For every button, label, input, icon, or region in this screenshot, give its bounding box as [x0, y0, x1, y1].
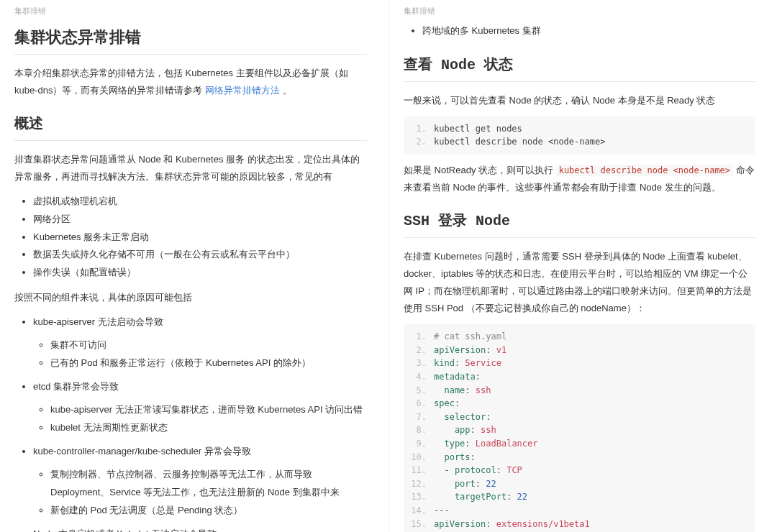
- line-number: 3.: [406, 357, 434, 370]
- code-line: 3.kind: Service: [406, 357, 753, 370]
- list-item: kube-apiserver 无法正常读写集群状态，进而导致 Kubernete…: [50, 401, 367, 419]
- list-item: 网络分区: [33, 211, 367, 229]
- intro-paragraph: 本章介绍集群状态异常的排错方法，包括 Kubernetes 主要组件以及必备扩展…: [14, 65, 367, 99]
- component-list: kube-apiserver 无法启动会导致集群不可访问已有的 Pod 和服务正…: [14, 313, 367, 532]
- line-number: 6.: [406, 397, 434, 411]
- line-number: 4.: [406, 370, 434, 384]
- code-line: 6.spec:: [406, 397, 753, 411]
- code-text: ---: [434, 504, 450, 518]
- code-line: 7. selector:: [406, 411, 753, 424]
- list-item: 数据丢失或持久化存储不可用（一般在公有云或私有云平台中）: [33, 246, 367, 264]
- intro-suffix: 。: [283, 85, 292, 96]
- line-number: 1.: [406, 330, 434, 344]
- right-column: 集群排错 跨地域的多 Kubernetes 集群 查看 Node 状态 一般来说…: [388, 0, 777, 532]
- code-line: 1.kubectl get nodes: [406, 122, 753, 136]
- code-text: app: ssh: [434, 423, 496, 437]
- code-text: - protocol: TCP: [434, 464, 522, 477]
- sub-list: 集群不可访问已有的 Pod 和服务正常运行（依赖于 Kubernetes API…: [33, 336, 367, 372]
- code-text: spec:: [434, 397, 460, 411]
- line-number: 15.: [406, 518, 434, 531]
- code-line: 4.metadata:: [406, 370, 753, 384]
- list-item: kube-controller-manager/kube-scheduler 异…: [33, 443, 367, 520]
- list-item: Node 本身宕机或者 Kubelet 无法启动会导致Node 上面的 Pod …: [33, 526, 367, 532]
- overview-paragraph: 排查集群状态异常问题通常从 Node 和 Kubernetes 服务 的状态出发…: [14, 151, 367, 185]
- divider: [404, 237, 755, 238]
- left-column: 集群排错 集群状态异常排错 本章介绍集群状态异常的排错方法，包括 Kuberne…: [0, 0, 388, 532]
- code-text: targetPort: 22: [434, 490, 527, 504]
- list-item: 复制控制器、节点控制器、云服务控制器等无法工作，从而导致 Deployment、…: [50, 466, 367, 501]
- divider: [14, 54, 367, 55]
- breadcrumb: 集群排错: [14, 6, 367, 17]
- list-item: kube-apiserver 无法启动会导致集群不可访问已有的 Pod 和服务正…: [33, 313, 367, 372]
- code-text: metadata:: [434, 370, 481, 384]
- line-number: 5.: [406, 384, 434, 398]
- line-number: 11.: [406, 464, 434, 477]
- notready-paragraph: 如果是 NotReady 状态，则可以执行 kubectl describe n…: [404, 162, 755, 196]
- sub-list: kube-apiserver 无法正常读写集群状态，进而导致 Kubernete…: [33, 401, 367, 436]
- list-item: 跨地域的多 Kubernetes 集群: [422, 22, 755, 40]
- node-paragraph: 一般来说，可以首先查看 Node 的状态，确认 Node 本身是不是 Ready…: [404, 92, 755, 109]
- code-text: kind: Service: [434, 357, 501, 370]
- line-number: 2.: [406, 135, 434, 149]
- code-text: kubectl get nodes: [434, 122, 522, 136]
- line-number: 9.: [406, 437, 434, 451]
- code-text: selector:: [434, 411, 491, 424]
- list-item: 集群不可访问: [50, 336, 367, 354]
- line-number: 13.: [406, 490, 434, 504]
- overview-heading: 概述: [14, 114, 367, 133]
- breadcrumb: 集群排错: [404, 6, 755, 17]
- code-line: 10. ports:: [406, 451, 753, 464]
- page-title: 集群状态异常排错: [14, 27, 367, 48]
- text: 如果是 NotReady 状态，则可以执行: [404, 165, 556, 175]
- ssh-heading: SSH 登录 Node: [404, 211, 755, 230]
- line-number: 12.: [406, 477, 434, 491]
- list-item: etcd 集群异常会导致kube-apiserver 无法正常读写集群状态，进而…: [33, 378, 367, 437]
- code-line: 2.kubectl describe node <node-name>: [406, 135, 753, 149]
- inline-command: kubectl describe node <node-name>: [556, 165, 733, 176]
- code-line: 15.apiVersion: extensions/v1beta1: [406, 518, 753, 531]
- list-item: Kubernetes 服务未正常启动: [33, 229, 367, 247]
- code-line: 1.# cat ssh.yaml: [406, 330, 753, 344]
- code-line: 8. app: ssh: [406, 423, 753, 437]
- line-number: 7.: [406, 411, 434, 424]
- line-number: 8.: [406, 423, 434, 437]
- code-line: 12. port: 22: [406, 477, 753, 491]
- code-text: apiVersion: v1: [434, 344, 506, 357]
- by-component-paragraph: 按照不同的组件来说，具体的原因可能包括: [14, 289, 367, 306]
- divider: [404, 81, 755, 82]
- network-troubleshoot-link[interactable]: 网络异常排错方法: [205, 85, 280, 96]
- code-line: 13. targetPort: 22: [406, 490, 753, 504]
- code-line: 5. name: ssh: [406, 384, 753, 398]
- line-number: 2.: [406, 344, 434, 357]
- list-item: 操作失误（如配置错误）: [33, 264, 367, 282]
- list-item: kubelet 无法周期性更新状态: [50, 419, 367, 437]
- code-text: ports:: [434, 451, 476, 464]
- code-text: kubectl describe node <node-name>: [434, 135, 605, 149]
- reason-list: 虚拟机或物理机宕机网络分区Kubernetes 服务未正常启动数据丢失或持久化存…: [14, 193, 367, 281]
- line-number: 14.: [406, 504, 434, 518]
- code-line: 2.apiVersion: v1: [406, 344, 753, 357]
- list-item: 已有的 Pod 和服务正常运行（依赖于 Kubernetes API 的除外）: [50, 354, 367, 372]
- code-text: # cat ssh.yaml: [434, 330, 506, 344]
- intro-bullet-list: 跨地域的多 Kubernetes 集群: [404, 22, 755, 40]
- code-block-yaml: 1.# cat ssh.yaml2.apiVersion: v13.kind: …: [404, 324, 755, 532]
- sub-list: 复制控制器、节点控制器、云服务控制器等无法工作，从而导致 Deployment、…: [33, 466, 367, 519]
- code-block-kubectl: 1.kubectl get nodes2.kubectl describe no…: [404, 116, 755, 155]
- ssh-paragraph: 在排查 Kubernetes 问题时，通常需要 SSH 登录到具体的 Node …: [404, 248, 755, 317]
- code-line: 11. - protocol: TCP: [406, 464, 753, 477]
- line-number: 1.: [406, 122, 434, 136]
- divider: [14, 140, 367, 141]
- code-text: port: 22: [434, 477, 496, 491]
- code-text: apiVersion: extensions/v1beta1: [434, 518, 590, 531]
- line-number: 10.: [406, 451, 434, 464]
- view-node-heading: 查看 Node 状态: [404, 55, 755, 74]
- code-line: 14.---: [406, 504, 753, 518]
- code-text: name: ssh: [434, 384, 491, 398]
- code-text: type: LoadBalancer: [434, 437, 538, 451]
- intro-text: 本章介绍集群状态异常的排错方法，包括 Kubernetes 主要组件以及必备扩展…: [14, 68, 348, 96]
- list-item: 新创建的 Pod 无法调度（总是 Pending 状态）: [50, 502, 367, 520]
- list-item: 虚拟机或物理机宕机: [33, 193, 367, 211]
- code-line: 9. type: LoadBalancer: [406, 437, 753, 451]
